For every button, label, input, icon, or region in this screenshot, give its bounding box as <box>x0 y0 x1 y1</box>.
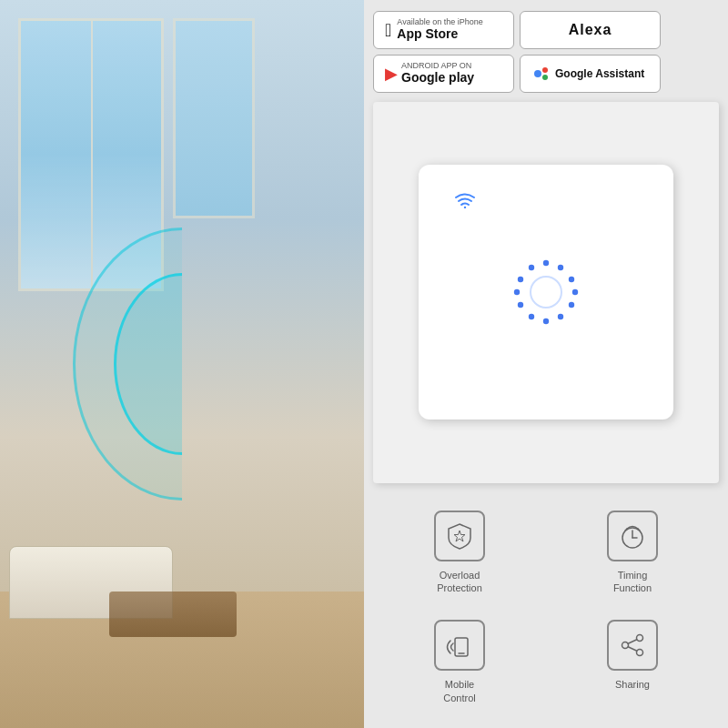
clock-alarm-icon <box>618 521 647 551</box>
device-panel <box>373 102 719 483</box>
timing-function-label: TimingFunction <box>613 569 652 595</box>
sharing-label: Sharing <box>615 678 650 691</box>
svg-point-15 <box>529 265 534 270</box>
mobile-wifi-icon <box>445 631 474 660</box>
store-badges-section:  Available on the iPhone App Store Alex… <box>364 0 728 102</box>
svg-point-3 <box>464 207 466 208</box>
feature-overload-protection: OverloadProtection <box>373 498 546 608</box>
app-store-sub: Available on the iPhone <box>397 18 482 26</box>
features-grid: OverloadProtection TimingFunction <box>364 490 728 728</box>
svg-point-24 <box>637 635 643 642</box>
google-assistant-label: Google Assistant <box>555 67 644 80</box>
google-play-text: ANDROID APP ON Google play <box>401 62 474 86</box>
google-play-sub: ANDROID APP ON <box>401 62 474 70</box>
svg-point-14 <box>518 277 523 282</box>
wifi-wave-outer <box>73 228 291 500</box>
svg-line-28 <box>628 647 637 651</box>
svg-marker-16 <box>454 531 465 541</box>
switch-wifi-indicator <box>455 192 475 213</box>
app-store-badge[interactable]:  Available on the iPhone App Store <box>373 11 514 49</box>
svg-point-5 <box>558 265 563 270</box>
right-panel:  Available on the iPhone App Store Alex… <box>364 0 728 728</box>
app-store-text: Available on the iPhone App Store <box>397 18 482 42</box>
alexa-label: Alexa <box>569 22 612 38</box>
svg-point-8 <box>569 302 574 308</box>
google-play-icon: ▶ <box>385 66 398 82</box>
svg-point-11 <box>529 314 534 319</box>
feature-timing-function: TimingFunction <box>546 498 719 608</box>
window-right <box>173 18 255 218</box>
svg-point-6 <box>569 277 574 282</box>
sharing-icon-box <box>607 620 658 671</box>
svg-point-13 <box>514 289 520 295</box>
smart-switch-device <box>419 165 673 420</box>
table <box>109 592 237 637</box>
shield-star-icon <box>445 521 474 551</box>
apple-icon:  <box>385 21 391 39</box>
svg-point-10 <box>543 318 549 324</box>
google-play-badge[interactable]: ▶ ANDROID APP ON Google play <box>373 55 514 93</box>
google-assistant-badge[interactable]: Google Assistant <box>520 55 661 93</box>
svg-point-25 <box>622 642 629 649</box>
dot-ring-icon <box>510 256 582 329</box>
google-play-main: Google play <box>401 70 474 86</box>
feature-mobile-control: MobileControl <box>373 607 546 717</box>
svg-point-2 <box>542 75 548 80</box>
svg-point-4 <box>543 260 549 266</box>
touch-button[interactable] <box>510 256 582 329</box>
mobile-control-label: MobileControl <box>443 678 475 704</box>
alexa-badge[interactable]: Alexa <box>520 11 661 49</box>
feature-sharing: Sharing <box>546 607 719 717</box>
svg-line-27 <box>628 640 637 643</box>
wifi-waves <box>46 228 318 500</box>
app-store-main: App Store <box>397 26 482 42</box>
svg-point-7 <box>572 289 578 295</box>
svg-point-0 <box>534 70 541 77</box>
timing-function-icon-box <box>607 511 658 561</box>
svg-point-1 <box>542 67 548 73</box>
room-background <box>0 0 364 728</box>
overload-protection-label: OverloadProtection <box>437 569 482 595</box>
overload-protection-icon-box <box>434 511 485 561</box>
svg-point-26 <box>637 650 643 656</box>
svg-point-9 <box>558 314 563 319</box>
google-assistant-icon <box>531 64 551 84</box>
share-icon <box>618 631 647 660</box>
svg-point-12 <box>518 302 523 308</box>
mobile-control-icon-box <box>434 620 485 671</box>
